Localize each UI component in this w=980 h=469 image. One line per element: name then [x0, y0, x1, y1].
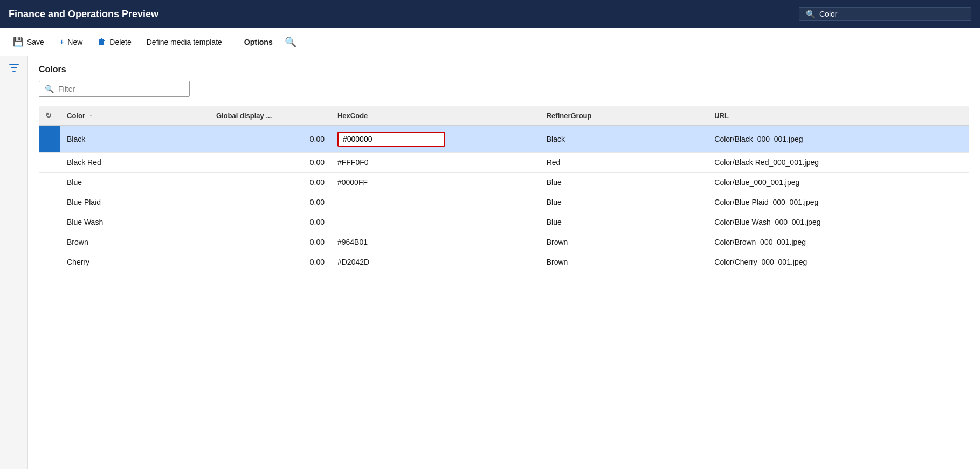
- cell-url: Color/Brown_000_001.jpeg: [708, 232, 969, 252]
- cell-hexcode: #0000FF: [331, 173, 540, 192]
- cell-hexcode: #D2042D: [331, 252, 540, 272]
- cell-url: Color/Black Red_000_001.jpeg: [708, 153, 969, 173]
- th-global-label: Global display ...: [216, 112, 272, 120]
- colors-table: ↻ Color ↑ Global display ... HexCode Ref…: [39, 106, 969, 272]
- row-indicator: [39, 212, 60, 232]
- cell-refiner: Blue: [540, 173, 708, 192]
- global-search-input[interactable]: [819, 10, 964, 18]
- app-title: Finance and Operations Preview: [9, 9, 158, 20]
- table-row[interactable]: Black Red0.00#FFF0F0RedColor/Black Red_0…: [39, 153, 969, 173]
- new-button[interactable]: + New: [53, 34, 89, 50]
- options-button[interactable]: Options: [238, 35, 279, 50]
- th-url-label: URL: [714, 112, 729, 120]
- table-row[interactable]: Cherry0.00#D2042DBrownColor/Cherry_000_0…: [39, 252, 969, 272]
- row-indicator: [39, 232, 60, 252]
- th-refresh[interactable]: ↻: [39, 106, 60, 126]
- cell-refiner: Brown: [540, 232, 708, 252]
- cell-color: Black Red: [60, 153, 210, 173]
- toolbar-search-icon[interactable]: 🔍: [281, 33, 300, 51]
- cell-color: Cherry: [60, 252, 210, 272]
- plus-icon: +: [59, 37, 64, 47]
- th-url: URL: [708, 106, 969, 126]
- cell-url: Color/Blue_000_001.jpeg: [708, 173, 969, 192]
- delete-button[interactable]: 🗑 Delete: [91, 34, 137, 50]
- filter-input[interactable]: [58, 85, 184, 93]
- th-color-label: Color: [67, 112, 85, 120]
- table-row[interactable]: Blue Plaid0.00BlueColor/Blue Plaid_000_0…: [39, 192, 969, 212]
- sidebar: [0, 56, 28, 469]
- th-color[interactable]: Color ↑: [60, 106, 210, 126]
- th-global: Global display ...: [210, 106, 331, 126]
- row-indicator: [39, 173, 60, 192]
- table-row[interactable]: Blue Wash0.00BlueColor/Blue Wash_000_001…: [39, 212, 969, 232]
- cell-global: 0.00: [210, 173, 331, 192]
- define-media-label: Define media template: [147, 38, 222, 46]
- cell-global: 0.00: [210, 212, 331, 232]
- table-row[interactable]: Black0.00BlackColor/Black_000_001.jpeg: [39, 126, 969, 153]
- row-indicator: [39, 192, 60, 212]
- th-hexcode-label: HexCode: [337, 112, 368, 120]
- cell-refiner: Blue: [540, 192, 708, 212]
- toolbar: 💾 Save + New 🗑 Delete Define media templ…: [0, 28, 980, 56]
- row-indicator: [39, 252, 60, 272]
- th-hexcode: HexCode: [331, 106, 540, 126]
- cell-global: 0.00: [210, 153, 331, 173]
- table-row[interactable]: Brown0.00#964B01BrownColor/Brown_000_001…: [39, 232, 969, 252]
- filter-icon[interactable]: [9, 63, 19, 76]
- th-refiner: RefinerGroup: [540, 106, 708, 126]
- hexcode-edit-input[interactable]: [337, 132, 445, 147]
- cell-global: 0.00: [210, 252, 331, 272]
- cell-refiner: Black: [540, 126, 708, 153]
- th-refiner-label: RefinerGroup: [547, 112, 592, 120]
- cell-hexcode: #FFF0F0: [331, 153, 540, 173]
- section-title: Colors: [39, 65, 969, 74]
- row-indicator: [39, 153, 60, 173]
- global-search[interactable]: 🔍: [799, 7, 971, 21]
- main-area: Colors 🔍 ↻ Color ↑ Global display ...: [0, 56, 980, 469]
- cell-hexcode[interactable]: [331, 126, 540, 153]
- search-icon: 🔍: [806, 10, 815, 18]
- cell-color: Brown: [60, 232, 210, 252]
- save-button[interactable]: 💾 Save: [6, 33, 51, 50]
- content-area: Colors 🔍 ↻ Color ↑ Global display ...: [28, 56, 980, 469]
- define-media-button[interactable]: Define media template: [140, 35, 229, 50]
- cell-refiner: Blue: [540, 212, 708, 232]
- cell-hexcode: [331, 212, 540, 232]
- cell-global: 0.00: [210, 232, 331, 252]
- cell-color: Blue: [60, 173, 210, 192]
- cell-refiner: Red: [540, 153, 708, 173]
- sort-arrow-icon: ↑: [89, 113, 93, 119]
- table-row[interactable]: Blue0.00#0000FFBlueColor/Blue_000_001.jp…: [39, 173, 969, 192]
- cell-url: Color/Blue Plaid_000_001.jpeg: [708, 192, 969, 212]
- cell-color: Blue Wash: [60, 212, 210, 232]
- save-label: Save: [27, 38, 44, 46]
- cell-refiner: Brown: [540, 252, 708, 272]
- delete-label: Delete: [109, 38, 131, 46]
- new-label: New: [67, 38, 82, 46]
- cell-url: Color/Blue Wash_000_001.jpeg: [708, 212, 969, 232]
- options-label: Options: [244, 38, 273, 46]
- top-bar: Finance and Operations Preview 🔍: [0, 0, 980, 28]
- cell-color: Black: [60, 126, 210, 153]
- toolbar-separator: [233, 36, 233, 49]
- cell-color: Blue Plaid: [60, 192, 210, 212]
- cell-global: 0.00: [210, 192, 331, 212]
- cell-global: 0.00: [210, 126, 331, 153]
- cell-url: Color/Cherry_000_001.jpeg: [708, 252, 969, 272]
- refresh-icon[interactable]: ↻: [45, 111, 52, 120]
- save-icon: 💾: [13, 37, 24, 47]
- delete-icon: 🗑: [98, 37, 106, 47]
- cell-hexcode: [331, 192, 540, 212]
- filter-box[interactable]: 🔍: [39, 81, 190, 97]
- row-indicator: [39, 126, 60, 153]
- table-header-row: ↻ Color ↑ Global display ... HexCode Ref…: [39, 106, 969, 126]
- cell-hexcode: #964B01: [331, 232, 540, 252]
- cell-url: Color/Black_000_001.jpeg: [708, 126, 969, 153]
- filter-search-icon: 🔍: [45, 85, 54, 93]
